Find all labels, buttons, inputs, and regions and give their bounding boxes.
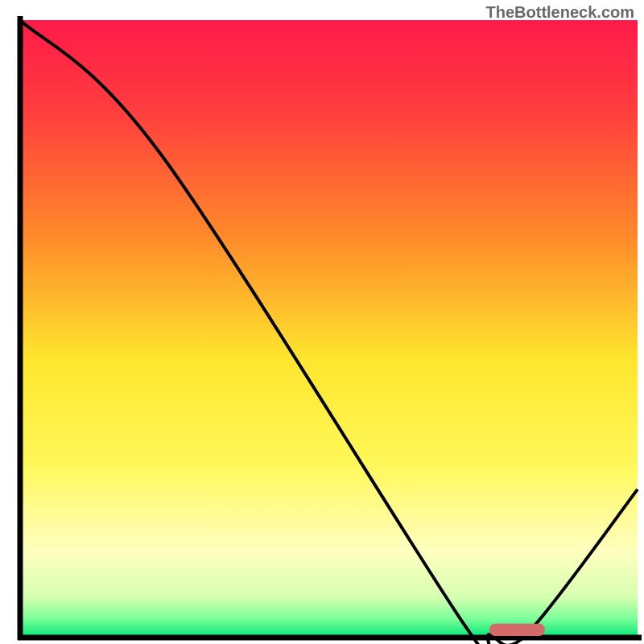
- watermark-text: TheBottleneck.com: [486, 3, 634, 22]
- chart-container: TheBottleneck.com: [0, 0, 644, 644]
- optimal-marker: [489, 624, 545, 636]
- chart-svg: [0, 0, 644, 644]
- plot-background: [20, 20, 638, 638]
